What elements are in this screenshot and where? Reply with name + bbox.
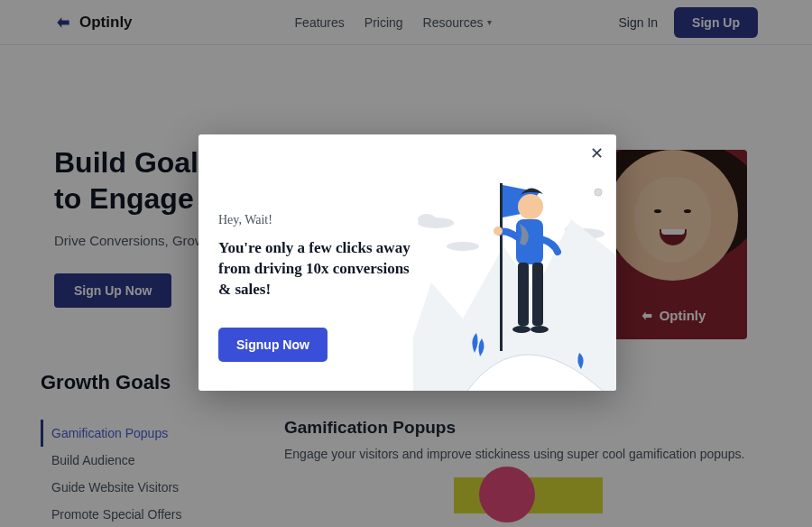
svg-rect-6 xyxy=(500,183,503,351)
svg-rect-10 xyxy=(518,263,529,326)
modal-signup-button[interactable]: Signup Now xyxy=(218,328,328,362)
modal-headline: You're only a few clicks away from drivi… xyxy=(218,238,420,300)
svg-point-0 xyxy=(595,189,602,196)
svg-point-13 xyxy=(531,326,549,333)
svg-point-8 xyxy=(518,194,543,219)
svg-point-9 xyxy=(494,227,503,236)
modal-eyebrow: Hey, Wait! xyxy=(218,213,420,227)
svg-point-2 xyxy=(418,214,436,225)
svg-point-12 xyxy=(512,326,531,333)
modal-illustration xyxy=(420,134,616,391)
svg-rect-11 xyxy=(532,263,543,326)
exit-intent-modal: ✕ Hey, Wait! You're only a few clicks aw… xyxy=(198,134,616,391)
modal-content: Hey, Wait! You're only a few clicks away… xyxy=(198,134,420,391)
svg-point-3 xyxy=(447,242,479,251)
